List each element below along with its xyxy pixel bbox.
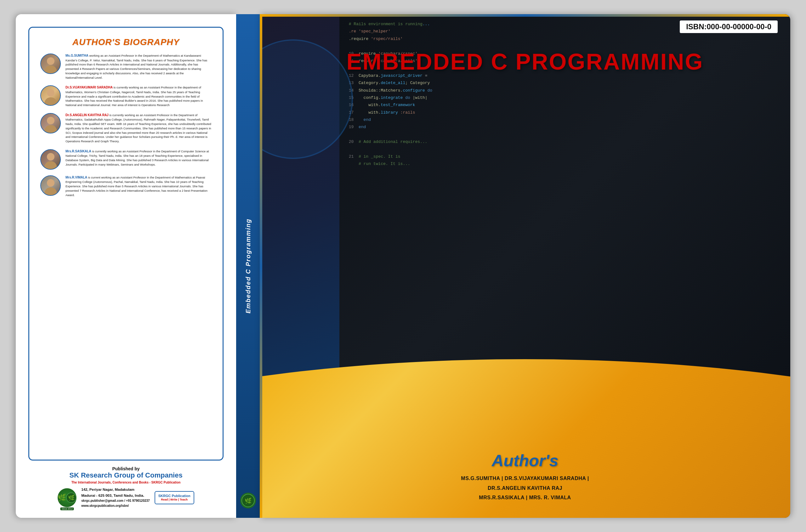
book-title: EMBEDDED C PROGRAMMING [269,49,781,75]
authors-names: MS.G.SUMITHA | DR.S.VIJAYAKUMARI SARADHA… [461,474,589,502]
logo-icon: 🌿 [66,492,76,504]
bio-name-5: Mrs.R.VIMALA [65,176,87,179]
authors-line2: DR.S.ANGELIN KAVITHA RAJ [461,483,589,493]
code-line-12: 18 end [349,116,781,124]
address-line2: Madurai - 625 003, Tamil Nadu, India. [81,493,150,498]
badge-line1: SKRGC Publication [158,494,190,498]
author-photo-5 [40,175,61,196]
publisher-details: 🌿 Since 2012 142, Periyar Nagar, Madakul… [28,487,224,508]
skrgc-badge: SKRGC Publication Read | Write | Teach [155,491,194,504]
bio-desc-3: is currently working as an Assistant Pro… [65,113,211,143]
bio-name-4: Mrs.R.SASIKALA [65,150,91,153]
svg-text:🌿: 🌿 [245,497,252,504]
code-line-11: 17 with.library :rails [349,109,781,116]
svg-text:🌿: 🌿 [68,494,75,501]
bio-text-4: Mrs.R.SASIKALA is currently working as a… [65,149,211,167]
bio-text-2: Dr.S.VIJAYAKUMARI SARADHA is currently w… [65,85,211,107]
code-line-15: 21 # in _spec. It is [349,153,781,160]
author-photo-1 [40,54,61,74]
address-line3: skrgc.publisher@gmail.com / +91 97901202… [81,498,150,504]
author-photo-3 [40,113,61,133]
publisher-section: Published by SK Research Group of Compan… [28,460,224,508]
badge-line2: Read | Write | Teach [158,498,190,502]
bio-entry-2: Dr.S.VIJAYAKUMARI SARADHA is currently w… [40,85,211,107]
bio-desc-1: working as an Assistant Professor in the… [65,54,207,79]
publisher-logo: 🌿 Since 2012 [58,488,76,507]
bio-entry-4: Mrs.R.SASIKALA is currently working as a… [40,149,211,170]
bio-text-5: Mrs.R.VIMALA is current working as an As… [65,175,211,197]
bio-entry-1: Ms.G.SUMITHA working as an Assistant Pro… [40,54,211,80]
border-top [260,14,790,17]
spine-logo: 🌿 [240,493,256,508]
website: www.skrgcpublication.org/isbn/ [81,504,150,508]
publisher-tagline: The International Journals, Conferences … [28,481,224,484]
bio-text-1: Ms.G.SUMITHA working as an Assistant Pro… [65,54,211,80]
bio-name-2: Dr.S.VIJAYAKUMARI SARADHA [65,86,113,89]
authors-section: Author's MS.G.SUMITHA | DR.S.VIJAYAKUMAR… [260,436,790,518]
title-area: EMBEDDED C PROGRAMMING [260,42,790,81]
address-line1: 142, Periyar Nagar, Madakulam [81,487,150,492]
code-line-13: 19 end [349,124,781,131]
spine-logo-icon: 🌿 [242,494,255,507]
bio-name-3: Dr.S.ANGELIN KAVITHA RAJ [65,113,109,117]
authors-line3: MRS.R.SASIKALA | MRS. R. VIMALA [461,493,589,502]
book-container: AUTHOR'S BIOGRAPHY Ms.G.SUMITHA working … [16,14,790,518]
code-line-9: 15 config.integrate do |with| [349,94,781,101]
code-line-16: # run twice. It is... [349,160,781,168]
authors-label: Author's [492,451,559,470]
code-line-blank3 [349,131,781,138]
bio-entry-3: Dr.S.ANGELIN KAVITHA RAJ is currently wo… [40,113,211,144]
bio-name-1: Ms.G.SUMITHA [65,54,89,57]
publisher-name: SK Research Group of Companies [28,471,224,479]
code-line-14: 20 # Add additional requires... [349,138,781,146]
code-line-8: 14 Shoulda::Matchers.configure do [349,87,781,94]
front-cover: # Rails environment is running... .re 's… [260,14,790,518]
since-label: Since 2012 [60,508,74,510]
spine-title: Embedded C Programming [245,218,251,314]
bio-text-3: Dr.S.ANGELIN KAVITHA RAJ is currently wo… [65,113,211,144]
published-by-label: Published by [28,466,224,471]
back-cover: AUTHOR'S BIOGRAPHY Ms.G.SUMITHA working … [16,14,236,518]
isbn-text: ISBN:000-00-00000-00-0 [680,20,778,33]
bio-title: AUTHOR'S BIOGRAPHY [40,37,211,47]
code-line-blank4 [349,146,781,153]
spine: Embedded C Programming 🌿 [236,14,260,518]
author-photo-2 [40,85,61,106]
bio-entry-5: Mrs.R.VIMALA is current working as an As… [40,175,211,197]
code-line-10: 16 with.test_framework [349,101,781,109]
isbn-bar: ISBN:000-00-00000-00-0 [260,14,790,39]
address-block: 142, Periyar Nagar, Madakulam Madurai - … [81,487,150,508]
back-cover-inner: AUTHOR'S BIOGRAPHY Ms.G.SUMITHA working … [28,27,224,460]
author-photo-4 [40,149,61,170]
authors-line1: MS.G.SUMITHA | DR.S.VIJAYAKUMARI SARADHA… [461,474,589,483]
